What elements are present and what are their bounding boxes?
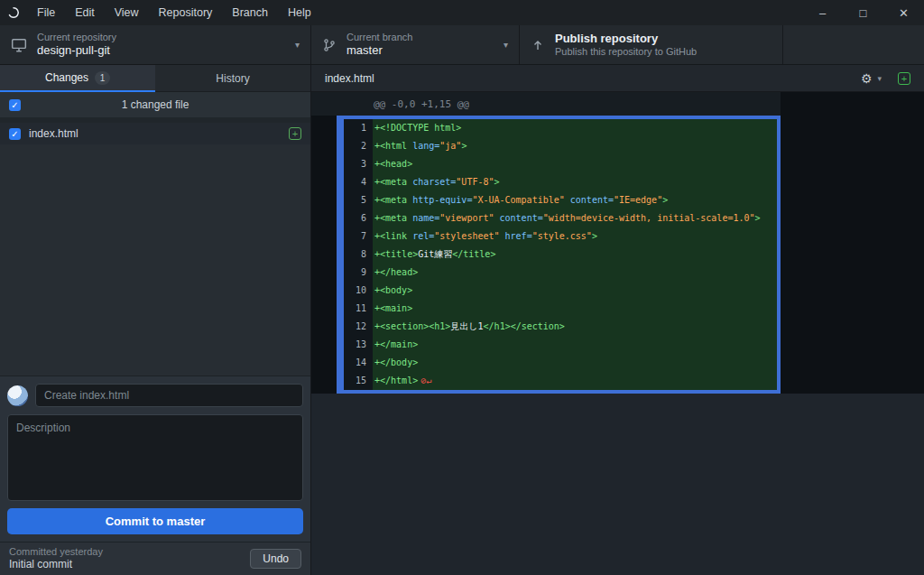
diff-code-added-line: +<head> [373, 155, 777, 173]
line-number[interactable]: 8 [344, 246, 373, 264]
current-branch-selector[interactable]: Current branch master ▾ [311, 25, 520, 64]
diff-code-added-line: +</main> [373, 336, 777, 354]
diff-code-added-line: +<meta name="viewport" content="width=de… [373, 209, 777, 227]
diff-code-added-line: +<title>Git練習</title> [373, 246, 777, 264]
changed-files-summary: 1 changed file [0, 98, 310, 111]
commit-to-master-button[interactable]: Commit to master [7, 508, 303, 534]
line-number[interactable]: 9 [344, 264, 373, 282]
file-name: index.html [29, 127, 79, 140]
undo-commit-banner: Committed yesterday Initial commit Undo [0, 542, 310, 575]
diff-line[interactable]: 11+<main> [344, 300, 777, 318]
gear-icon[interactable]: ⚙ [861, 71, 873, 86]
hunk-header: @@ -0,0 +1,15 @@ [311, 92, 781, 116]
line-number[interactable]: 11 [344, 300, 373, 318]
file-row-index-html[interactable]: ✓ index.html + [0, 123, 310, 144]
menu-view[interactable]: View [105, 0, 149, 25]
commit-summary-input[interactable] [35, 384, 303, 407]
diff-code-added-line: +<html lang="ja"> [373, 137, 777, 155]
current-repository-value: design-pull-git [37, 43, 116, 58]
publish-repository-button[interactable]: Publish repository Publish this reposito… [520, 25, 783, 64]
file-list-empty-area [0, 144, 310, 376]
diff-added-badge-icon[interactable]: + [898, 72, 910, 85]
github-desktop-logo-icon [0, 6, 27, 19]
tab-history-label: History [216, 72, 249, 85]
minimize-icon[interactable]: – [802, 0, 843, 25]
tab-changes-label: Changes [45, 71, 88, 84]
line-number[interactable]: 2 [344, 137, 373, 155]
publish-repository-title: Publish repository [555, 32, 697, 46]
diff-line[interactable]: 14+</body> [344, 354, 777, 372]
line-number[interactable]: 15 [344, 372, 373, 390]
toolbar-empty-area [783, 25, 924, 64]
line-number[interactable]: 6 [344, 209, 373, 227]
diff-line[interactable]: 9+</head> [344, 264, 777, 282]
diff-line[interactable]: 2+<html lang="ja"> [344, 137, 777, 155]
diff-panel: index.html ⚙ ▾ + @@ -0,0 +1,15 @@ 1+<!DO… [311, 65, 924, 575]
undo-button[interactable]: Undo [250, 549, 301, 569]
file-added-status-icon: + [289, 127, 301, 140]
diff-code-added-line: +<section><h1>見出し1</h1></section> [373, 318, 777, 336]
line-number[interactable]: 3 [344, 155, 373, 173]
diff-line[interactable]: 7+<link rel="stylesheet" href="style.css… [344, 227, 777, 246]
app-window: File Edit View Repository Branch Help – … [0, 0, 924, 575]
diff-code-added-line: +</html>⊘↵ [373, 372, 777, 390]
diff-line[interactable]: 5+<meta http-equiv="X-UA-Compatible" con… [344, 191, 777, 209]
diff-line[interactable]: 13+</main> [344, 336, 777, 354]
current-branch-label: Current branch [346, 32, 412, 44]
diff-code-added-line: +<body> [373, 282, 777, 300]
menu-branch[interactable]: Branch [222, 0, 278, 25]
maximize-icon[interactable]: □ [843, 0, 883, 25]
diff-code-added-line: +</body> [373, 354, 777, 372]
menu-bar: File Edit View Repository Branch Help – … [0, 0, 924, 25]
diff-line[interactable]: 6+<meta name="viewport" content="width=d… [344, 209, 777, 227]
line-number[interactable]: 13 [344, 336, 373, 354]
line-number[interactable]: 7 [344, 227, 373, 246]
diff-line[interactable]: 15+</html>⊘↵ [344, 372, 777, 390]
changed-files-summary-row: ✓ 1 changed file [0, 92, 310, 117]
toolbar: Current repository design-pull-git ▾ Cur… [0, 25, 924, 65]
file-checkbox[interactable]: ✓ [9, 128, 21, 140]
diff-line[interactable]: 4+<meta charset="UTF-8"> [344, 173, 777, 191]
last-commit-time: Committed yesterday [9, 545, 103, 558]
menu-file[interactable]: File [27, 0, 65, 25]
window-controls: – □ ✕ [802, 0, 924, 25]
diff-code-added-line: +</head> [373, 264, 777, 282]
close-icon[interactable]: ✕ [883, 0, 924, 25]
line-number[interactable]: 10 [344, 282, 373, 300]
chevron-down-icon: ▾ [295, 40, 300, 50]
line-number[interactable]: 14 [344, 354, 373, 372]
commit-description-textarea[interactable] [7, 414, 303, 501]
tab-changes[interactable]: Changes 1 [0, 65, 155, 92]
changes-count-badge: 1 [95, 71, 110, 85]
menu-edit[interactable]: Edit [65, 0, 105, 25]
line-number[interactable]: 1 [344, 119, 373, 137]
line-number[interactable]: 12 [344, 318, 373, 336]
diff-code-added-line: +<meta http-equiv="X-UA-Compatible" cont… [373, 191, 777, 209]
git-branch-icon [322, 38, 337, 52]
diff-line[interactable]: 12+<section><h1>見出し1</h1></section> [344, 318, 777, 336]
sidebar-tabs: Changes 1 History [0, 65, 310, 92]
diff-line[interactable]: 1+<!DOCTYPE html> [344, 119, 777, 137]
publish-repository-subtitle: Publish this repository to GitHub [555, 46, 697, 59]
menu-repository[interactable]: Repository [149, 0, 223, 25]
selected-lines-block[interactable]: 1+<!DOCTYPE html>2+<html lang="ja">3+<he… [337, 116, 781, 394]
diff-line[interactable]: 10+<body> [344, 282, 777, 300]
current-repository-selector[interactable]: Current repository design-pull-git ▾ [0, 25, 311, 64]
current-repository-label: Current repository [37, 32, 116, 44]
chevron-down-icon[interactable]: ▾ [877, 74, 882, 83]
chevron-down-icon: ▾ [504, 40, 508, 50]
diff-line[interactable]: 3+<head> [344, 155, 777, 173]
line-number[interactable]: 5 [344, 191, 373, 209]
repository-computer-icon [11, 37, 27, 53]
diff-line[interactable]: 8+<title>Git練習</title> [344, 246, 777, 264]
tab-history[interactable]: History [155, 65, 310, 92]
select-all-checkbox[interactable]: ✓ [9, 99, 21, 111]
diff-content-area: @@ -0,0 +1,15 @@ 1+<!DOCTYPE html>2+<htm… [311, 92, 924, 394]
upload-arrow-icon [531, 38, 545, 52]
menu-help[interactable]: Help [278, 0, 321, 25]
diff-lines: 1+<!DOCTYPE html>2+<html lang="ja">3+<he… [344, 119, 777, 390]
commit-form: Commit to master [0, 376, 310, 542]
line-number[interactable]: 4 [344, 173, 373, 191]
diff-file-header: index.html ⚙ ▾ + [311, 65, 924, 92]
commit-summary-row [7, 384, 303, 407]
